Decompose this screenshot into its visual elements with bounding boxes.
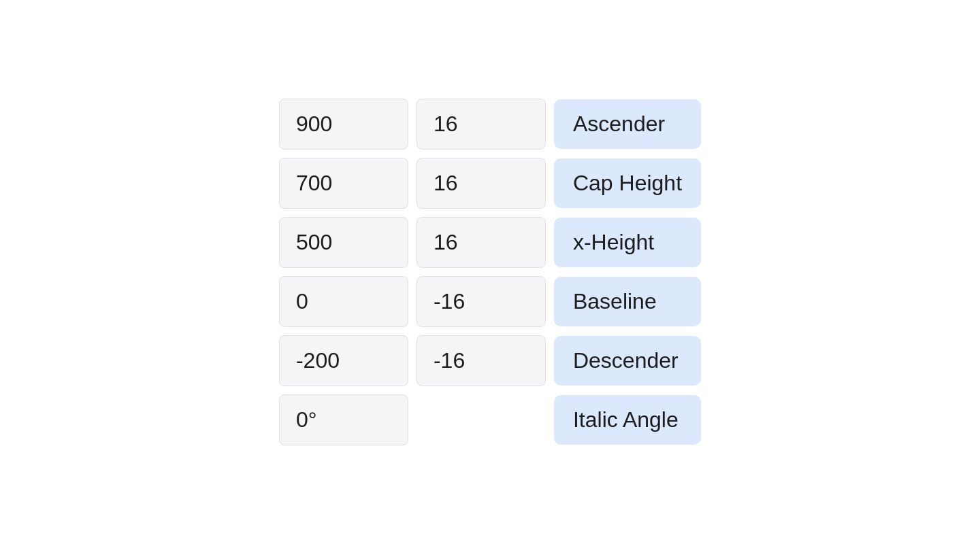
metrics-grid: 90016Ascender70016Cap Height50016x-Heigh… bbox=[279, 99, 701, 445]
label-ascender: Ascender bbox=[554, 99, 701, 149]
value1-x-height[interactable]: 500 bbox=[279, 217, 408, 268]
value2-baseline[interactable]: -16 bbox=[416, 276, 546, 327]
value1-cap-height[interactable]: 700 bbox=[279, 158, 408, 209]
value2-descender[interactable]: -16 bbox=[416, 335, 546, 386]
label-descender: Descender bbox=[554, 336, 701, 386]
value2-x-height[interactable]: 16 bbox=[416, 217, 546, 268]
label-italic-angle: Italic Angle bbox=[554, 395, 701, 445]
value2-ascender[interactable]: 16 bbox=[416, 99, 546, 150]
value1-italic-angle[interactable]: 0° bbox=[279, 394, 408, 445]
value1-ascender[interactable]: 900 bbox=[279, 99, 408, 150]
label-x-height: x-Height bbox=[554, 218, 701, 267]
value2-cap-height[interactable]: 16 bbox=[416, 158, 546, 209]
value1-baseline[interactable]: 0 bbox=[279, 276, 408, 327]
value1-descender[interactable]: -200 bbox=[279, 335, 408, 386]
label-baseline: Baseline bbox=[554, 277, 701, 326]
label-cap-height: Cap Height bbox=[554, 158, 701, 208]
